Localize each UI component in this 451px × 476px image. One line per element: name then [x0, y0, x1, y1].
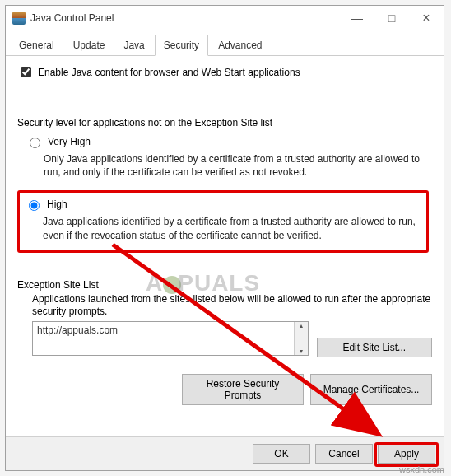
manage-certificates-button[interactable]: Manage Certificates...: [310, 374, 432, 405]
scroll-up-icon[interactable]: ▴: [295, 322, 308, 329]
dialog-footer: OK Cancel Apply: [6, 437, 444, 470]
site-list-row: http://appuals.com ▴ ▾ Edit Site List...: [32, 321, 432, 357]
enable-java-row[interactable]: Enable Java content for browser and Web …: [17, 64, 432, 80]
tab-general[interactable]: General: [10, 35, 63, 56]
edit-site-list-button[interactable]: Edit Site List...: [317, 338, 432, 357]
very-high-radio-row[interactable]: Very High: [26, 135, 432, 148]
site-list-item-0: http://appuals.com: [33, 322, 294, 355]
high-block: High Java applications identified by a c…: [25, 198, 420, 241]
tab-update[interactable]: Update: [64, 35, 114, 56]
minimize-button[interactable]: —: [340, 6, 374, 30]
java-control-panel-window: Java Control Panel — □ × General Update …: [5, 5, 444, 471]
exception-list-title: Exception Site List: [17, 279, 432, 291]
site-list-box[interactable]: http://appuals.com ▴ ▾: [32, 321, 309, 356]
high-desc: Java applications identified by a certif…: [43, 215, 420, 241]
exception-list-desc: Applications launched from the sites lis…: [32, 293, 432, 319]
high-radio-row[interactable]: High: [25, 198, 420, 211]
restore-security-prompts-button[interactable]: Restore Security Prompts: [182, 374, 304, 405]
titlebar: Java Control Panel — □ ×: [6, 6, 444, 30]
very-high-radio[interactable]: [30, 138, 40, 148]
maximize-button[interactable]: □: [374, 6, 409, 30]
tab-security[interactable]: Security: [155, 35, 208, 56]
apply-button[interactable]: Apply: [378, 444, 435, 464]
security-panel: Enable Java content for browser and Web …: [6, 56, 444, 436]
site-list-scrollbar[interactable]: ▴ ▾: [294, 322, 308, 355]
close-button[interactable]: ×: [409, 6, 444, 30]
window-title: Java Control Panel: [30, 12, 340, 24]
tab-advanced[interactable]: Advanced: [209, 35, 271, 56]
very-high-desc: Only Java applications identified by a c…: [44, 152, 432, 179]
high-label: High: [47, 198, 67, 210]
scroll-down-icon[interactable]: ▾: [295, 348, 308, 355]
enable-java-label: Enable Java content for browser and Web …: [38, 67, 300, 78]
tab-strip: General Update Java Security Advanced: [6, 30, 444, 56]
very-high-label: Very High: [48, 136, 91, 147]
security-action-row: Restore Security Prompts Manage Certific…: [17, 374, 432, 405]
window-controls: — □ ×: [340, 6, 444, 30]
cancel-button[interactable]: Cancel: [315, 444, 373, 464]
security-level-heading: Security level for applications not on t…: [17, 117, 432, 128]
java-icon: [12, 12, 26, 25]
enable-java-checkbox[interactable]: [21, 67, 31, 77]
high-highlight-box: High Java applications identified by a c…: [17, 190, 429, 252]
high-radio[interactable]: [29, 200, 40, 211]
very-high-block: Very High Only Java applications identif…: [26, 135, 432, 179]
ok-button[interactable]: OK: [253, 444, 310, 464]
tab-java[interactable]: Java: [114, 35, 153, 56]
